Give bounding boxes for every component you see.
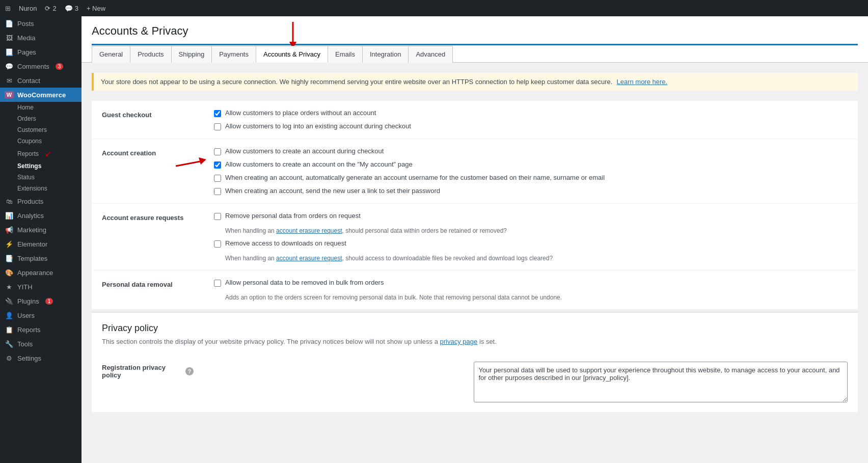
https-notice: Your store does not appear to be using a… bbox=[92, 73, 858, 91]
settings-icon: ⚙ bbox=[5, 354, 13, 362]
tabs-bar: General Products Shipping Payments Accou… bbox=[92, 45, 858, 62]
sidebar-item-elementor[interactable]: ⚡ Elementor bbox=[0, 237, 82, 251]
sidebar-item-orders[interactable]: Orders bbox=[5, 113, 82, 124]
auto-generate-username-row[interactable]: When creating an account, automatically … bbox=[214, 174, 848, 182]
tab-advanced[interactable]: Advanced bbox=[408, 46, 453, 63]
sidebar-item-products[interactable]: 🛍 Products bbox=[0, 194, 82, 208]
sidebar-item-marketing[interactable]: 📢 Marketing bbox=[0, 223, 82, 237]
allow-login-during-checkout-row[interactable]: Allow customers to log into an existing … bbox=[214, 122, 848, 130]
tab-accounts-privacy[interactable]: Accounts & Privacy bbox=[256, 46, 328, 63]
allow-bulk-removal-checkbox[interactable] bbox=[214, 280, 221, 287]
sidebar-item-users[interactable]: 👤 Users bbox=[0, 308, 82, 322]
notice-link[interactable]: Learn more here. bbox=[616, 78, 667, 86]
templates-icon: 📑 bbox=[5, 254, 13, 262]
media-icon: 🖼 bbox=[5, 34, 13, 42]
pages-icon: 📃 bbox=[5, 48, 13, 56]
sidebar-item-appearance[interactable]: 🎨 Appearance bbox=[0, 265, 82, 280]
plugins-icon: 🔌 bbox=[5, 297, 13, 305]
comments-badge: 3 bbox=[56, 63, 64, 70]
remove-personal-data-row[interactable]: Remove personal data from orders on requ… bbox=[214, 212, 848, 220]
allow-orders-without-account-row[interactable]: Allow customers to place orders without … bbox=[214, 109, 848, 117]
tools-icon: 🔧 bbox=[5, 340, 13, 348]
tab-general[interactable]: General bbox=[92, 46, 130, 63]
create-account-checkout-row[interactable]: Allow customers to create an account dur… bbox=[214, 147, 848, 155]
sidebar-item-analytics[interactable]: 📊 Analytics bbox=[0, 208, 82, 223]
tab-integration[interactable]: Integration bbox=[362, 46, 409, 63]
sidebar-item-pages[interactable]: 📃 Pages bbox=[0, 45, 82, 59]
sidebar-item-comments[interactable]: 💬 Comments 3 bbox=[0, 59, 82, 73]
sidebar-item-contact[interactable]: ✉ Contact bbox=[0, 73, 82, 88]
sidebar-item-customers[interactable]: Customers bbox=[5, 124, 82, 135]
sidebar-item-templates[interactable]: 📑 Templates bbox=[0, 251, 82, 265]
send-password-link-row[interactable]: When creating an account, send the new u… bbox=[214, 187, 848, 195]
registration-privacy-textarea[interactable]: Your personal data will be used to suppo… bbox=[474, 362, 848, 402]
sidebar: 📄 Posts 🖼 Media 📃 Pages 💬 Comments 3 ✉ C… bbox=[0, 16, 82, 463]
remove-personal-data-checkbox[interactable] bbox=[214, 213, 221, 220]
posts-icon: 📄 bbox=[5, 19, 13, 28]
updates-icon: ⟳ bbox=[45, 5, 50, 12]
privacy-page-link[interactable]: privacy page bbox=[440, 338, 478, 345]
send-password-link-checkbox[interactable] bbox=[214, 188, 221, 195]
marketing-icon: 📢 bbox=[5, 226, 13, 234]
tab-products[interactable]: Products bbox=[130, 46, 171, 63]
bulk-removal-helper: Adds an option to the orders screen for … bbox=[225, 294, 848, 301]
page-header: Accounts & Privacy General Products Ship… bbox=[82, 16, 868, 63]
settings-table: Guest checkout Allow customers to place … bbox=[92, 101, 858, 310]
auto-generate-username-checkbox[interactable] bbox=[214, 175, 221, 182]
account-erasure-checkboxes: Remove personal data from orders on requ… bbox=[214, 212, 848, 262]
allow-bulk-removal-row[interactable]: Allow personal data to be removed in bul… bbox=[214, 279, 848, 287]
sidebar-item-settings[interactable]: Settings bbox=[5, 160, 82, 172]
remove-access-downloads-checkbox[interactable] bbox=[214, 240, 221, 248]
remove-access-downloads-row[interactable]: Remove access to downloads on request bbox=[214, 239, 848, 248]
guest-checkout-label: Guest checkout bbox=[92, 101, 204, 139]
admin-bar: ⊞ Nuron ⟳ 2 💬 3 + New bbox=[0, 0, 868, 16]
guest-checkout-options: Allow customers to place orders without … bbox=[204, 101, 858, 139]
remove-personal-data-helper: When handling an account erasure request… bbox=[225, 227, 848, 234]
svg-marker-3 bbox=[199, 157, 206, 165]
account-creation-label: Account creation bbox=[92, 139, 204, 204]
sidebar-item-yith[interactable]: ★ YITH bbox=[0, 280, 82, 294]
comments-icon: 💬 bbox=[65, 5, 73, 12]
sidebar-item-posts[interactable]: 📄 Posts bbox=[0, 16, 82, 31]
registration-info-icon[interactable]: ? bbox=[185, 367, 194, 375]
sidebar-item-coupons[interactable]: Coupons bbox=[5, 135, 82, 147]
reports-arrow-indicator: ↙ bbox=[45, 149, 51, 158]
tab-emails[interactable]: Emails bbox=[328, 46, 363, 63]
allow-login-during-checkout-checkbox[interactable] bbox=[214, 123, 221, 130]
sidebar-item-reports[interactable]: Reports ↙ bbox=[5, 147, 82, 160]
analytics-icon: 📊 bbox=[5, 211, 13, 220]
sidebar-item-woocommerce[interactable]: W WooCommerce bbox=[0, 88, 82, 102]
sidebar-item-status[interactable]: Status bbox=[5, 172, 82, 183]
account-erasure-row: Account erasure requests Remove personal… bbox=[92, 204, 858, 270]
sidebar-item-settings2[interactable]: ⚙ Settings bbox=[0, 351, 82, 365]
erasure-request-link-1[interactable]: account erasure request bbox=[276, 227, 342, 234]
create-account-my-account-row[interactable]: Allow customers to create an account on … bbox=[214, 160, 848, 169]
sidebar-item-home[interactable]: Home bbox=[5, 102, 82, 113]
new-item[interactable]: + New bbox=[87, 5, 105, 12]
guest-checkout-checkboxes: Allow customers to place orders without … bbox=[214, 109, 848, 130]
sidebar-item-reports2[interactable]: 📋 Reports bbox=[0, 322, 82, 337]
erasure-request-link-2[interactable]: account erasure request bbox=[276, 255, 342, 262]
account-creation-options: Allow customers to create an account dur… bbox=[204, 139, 858, 204]
registration-privacy-label: Registration privacy policy ? bbox=[92, 353, 204, 387]
sidebar-item-tools[interactable]: 🔧 Tools bbox=[0, 337, 82, 351]
yith-icon: ★ bbox=[5, 283, 13, 291]
allow-orders-without-account-checkbox[interactable] bbox=[214, 110, 221, 117]
tab-shipping[interactable]: Shipping bbox=[171, 46, 212, 63]
create-account-checkout-checkbox[interactable] bbox=[214, 148, 221, 155]
remove-access-downloads-helper: When handling an account erasure request… bbox=[225, 255, 848, 262]
sidebar-item-plugins[interactable]: 🔌 Plugins 1 bbox=[0, 294, 82, 308]
comments-item[interactable]: 💬 3 bbox=[65, 5, 78, 12]
account-erasure-options: Remove personal data from orders on requ… bbox=[204, 204, 858, 270]
privacy-policy-desc: This section controls the display of you… bbox=[92, 338, 858, 353]
sidebar-item-extensions[interactable]: Extensions bbox=[5, 183, 82, 194]
sidebar-item-media[interactable]: 🖼 Media bbox=[0, 31, 82, 45]
privacy-settings-table: Registration privacy policy ? Your perso… bbox=[92, 353, 858, 413]
notice-text: Your store does not appear to be using a… bbox=[101, 78, 612, 86]
privacy-policy-heading: Privacy policy bbox=[92, 312, 858, 338]
create-account-my-account-checkbox[interactable] bbox=[214, 161, 221, 169]
contact-icon: ✉ bbox=[5, 76, 13, 85]
site-name[interactable]: Nuron bbox=[19, 5, 37, 12]
tab-payments[interactable]: Payments bbox=[211, 46, 256, 63]
updates-item[interactable]: ⟳ 2 bbox=[45, 5, 56, 12]
